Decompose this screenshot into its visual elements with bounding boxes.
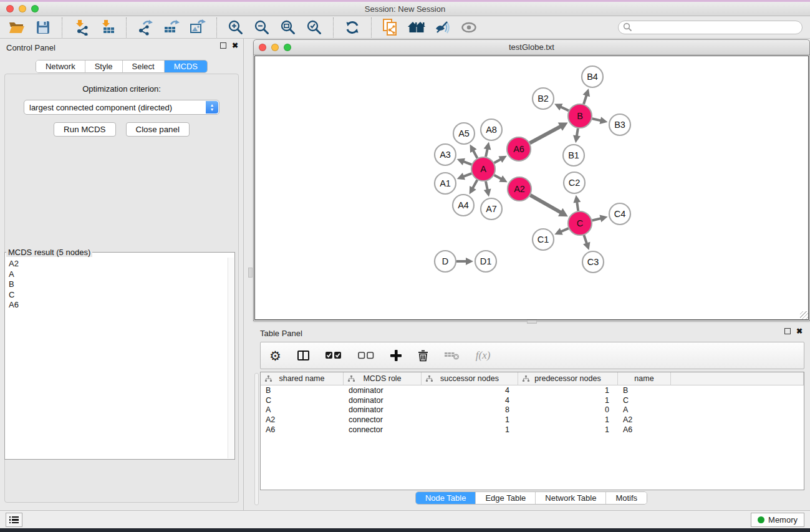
table-cell[interactable]: A: [618, 405, 671, 414]
table-row[interactable]: A2connector11A2: [261, 415, 804, 425]
search-field[interactable]: [618, 21, 803, 34]
table-cell[interactable]: A: [261, 405, 344, 414]
mcds-result-item[interactable]: C: [9, 290, 234, 301]
table-cell[interactable]: dominator: [344, 405, 422, 414]
column-header-predecessor-nodes[interactable]: predecessor nodes: [518, 372, 618, 385]
tab-edge-table[interactable]: Edge Table: [476, 492, 536, 504]
edge-C-C2[interactable]: [577, 202, 578, 211]
tab-motifs[interactable]: Motifs: [606, 492, 647, 504]
save-session-icon[interactable]: [33, 18, 53, 37]
open-file-icon[interactable]: [7, 18, 27, 37]
horizontal-splitter-grip[interactable]: [527, 320, 537, 324]
edge-C-C4[interactable]: [592, 218, 600, 220]
close-panel-icon[interactable]: ✖: [232, 42, 238, 49]
export-network-icon[interactable]: [135, 18, 155, 37]
column-header-MCDS-role[interactable]: MCDS role: [344, 372, 422, 385]
mcds-result-item[interactable]: A: [9, 269, 234, 280]
tab-network-table[interactable]: Network Table: [536, 492, 606, 504]
tab-style[interactable]: Style: [85, 60, 123, 72]
function-builder-icon[interactable]: f(x): [476, 349, 491, 362]
edge-A-A5[interactable]: [473, 150, 478, 158]
column-header-name[interactable]: name: [618, 372, 671, 385]
edge-A-A7[interactable]: [486, 181, 488, 190]
edge-C-C3[interactable]: [584, 235, 587, 244]
table-row[interactable]: Adominator80A: [261, 405, 804, 415]
edge-C-C1[interactable]: [561, 228, 568, 231]
export-table-icon[interactable]: [162, 18, 181, 37]
table-cell[interactable]: connector: [344, 425, 422, 434]
table-cell[interactable]: 1: [422, 415, 518, 424]
table-cell[interactable]: B: [261, 386, 344, 395]
edge-A6-B[interactable]: [530, 127, 561, 143]
home-networks-icon[interactable]: [407, 18, 427, 37]
float-table-panel-icon[interactable]: [784, 328, 791, 334]
run-mcds-button[interactable]: Run MCDS: [54, 122, 115, 137]
table-cell[interactable]: A2: [261, 415, 344, 424]
export-image-icon[interactable]: [188, 18, 208, 37]
table-cell[interactable]: C: [261, 396, 344, 405]
vertical-splitter-grip[interactable]: [248, 268, 253, 278]
edge-A-A1[interactable]: [463, 173, 471, 177]
edge-B-B2[interactable]: [561, 107, 569, 110]
table-cell[interactable]: dominator: [344, 386, 422, 395]
tab-network[interactable]: Network: [36, 60, 85, 72]
delete-table-icon[interactable]: [445, 351, 460, 360]
edge-A-A6[interactable]: [494, 159, 501, 163]
close-panel-button[interactable]: Close panel: [126, 122, 190, 137]
mcds-result-item[interactable]: A2: [9, 259, 234, 269]
refresh-view-icon[interactable]: [342, 18, 362, 37]
hide-graphics-details-icon[interactable]: [433, 18, 453, 37]
criterion-select[interactable]: largest connected component (directed) ▲…: [24, 100, 219, 115]
edge-A-A3[interactable]: [463, 162, 471, 165]
mcds-result-scrollbar[interactable]: [228, 258, 234, 458]
delete-row-icon[interactable]: [418, 350, 428, 362]
edge-B-B4[interactable]: [584, 95, 587, 104]
table-cell[interactable]: connector: [344, 415, 422, 424]
table-cell[interactable]: 4: [422, 396, 518, 405]
zoom-in-icon[interactable]: [226, 18, 246, 37]
table-row[interactable]: Cdominator41C: [261, 395, 804, 405]
table-cell[interactable]: 1: [518, 415, 618, 424]
edge-A-A4[interactable]: [473, 180, 477, 188]
show-view-icon[interactable]: [459, 18, 479, 37]
tab-select[interactable]: Select: [123, 60, 165, 72]
task-history-button[interactable]: [6, 513, 22, 527]
edge-A2-C[interactable]: [530, 195, 561, 213]
table-cell[interactable]: 0: [518, 405, 618, 414]
table-cell[interactable]: 1: [422, 425, 518, 434]
import-network-icon[interactable]: [71, 18, 91, 37]
table-cell[interactable]: B: [618, 386, 671, 395]
close-table-panel-icon[interactable]: ✖: [796, 328, 803, 334]
edge-B-B3[interactable]: [592, 118, 601, 120]
table-cell[interactable]: 1: [518, 396, 618, 405]
table-cell[interactable]: A6: [261, 425, 344, 434]
float-panel-icon[interactable]: [220, 42, 226, 49]
table-cell[interactable]: 4: [422, 386, 518, 395]
import-table-icon[interactable]: [97, 18, 117, 37]
table-settings-icon[interactable]: ⚙: [269, 349, 281, 362]
column-header-shared-name[interactable]: shared name: [261, 372, 344, 385]
column-header-successor-nodes[interactable]: successor nodes: [422, 372, 518, 385]
table-cell[interactable]: dominator: [344, 396, 422, 405]
table-cell[interactable]: A2: [618, 415, 671, 424]
show-column-icon[interactable]: [297, 351, 309, 360]
table-left-scrollbar[interactable]: [254, 373, 259, 505]
mcds-result-item[interactable]: B: [9, 279, 234, 290]
select-all-icon[interactable]: [325, 352, 342, 359]
network-canvas[interactable]: B4B2BB3A5A8A6A3AB1A1A2C2A4A7C4CC1DD1C3: [254, 56, 809, 320]
network-window-titlebar[interactable]: testGlobe.txt: [254, 40, 809, 55]
tab-node-table[interactable]: Node Table: [416, 492, 476, 504]
new-network-from-selection-icon[interactable]: [380, 18, 400, 37]
memory-button[interactable]: Memory: [751, 513, 804, 527]
edge-A-A2[interactable]: [494, 175, 502, 179]
table-cell[interactable]: 8: [422, 405, 518, 414]
edge-A-A8[interactable]: [486, 148, 488, 157]
window-resize-grip[interactable]: [800, 311, 808, 319]
table-row[interactable]: A6connector11A6: [261, 425, 804, 435]
mcds-result-item[interactable]: A6: [9, 300, 234, 311]
zoom-fit-icon[interactable]: [278, 18, 298, 37]
table-cell[interactable]: 1: [518, 386, 618, 395]
table-row[interactable]: Bdominator41B: [261, 385, 804, 395]
network-graph[interactable]: B4B2BB3A5A8A6A3AB1A1A2C2A4A7C4CC1DD1C3: [255, 56, 809, 321]
edge-B-B1[interactable]: [577, 128, 578, 137]
